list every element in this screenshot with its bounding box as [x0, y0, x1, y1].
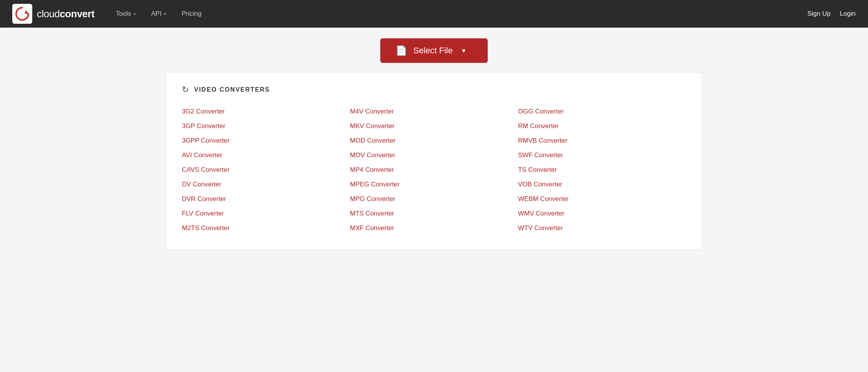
converter-link[interactable]: MOV Converter: [350, 149, 518, 161]
pricing-link[interactable]: Pricing: [175, 7, 208, 21]
converters-col-3: OGG ConverterRM ConverterRMVB ConverterS…: [518, 105, 686, 234]
tools-menu[interactable]: Tools ▾: [110, 7, 142, 21]
converter-link[interactable]: AVI Converter: [182, 149, 350, 161]
converters-col-2: M4V ConverterMKV ConverterMOD ConverterM…: [350, 105, 518, 234]
converter-link[interactable]: TS Converter: [518, 164, 686, 176]
converter-link[interactable]: WEBM Converter: [518, 193, 686, 205]
api-chevron-icon: ▾: [164, 12, 166, 16]
nav-right: Sign Up Login: [807, 10, 856, 18]
file-add-icon: 📄: [396, 45, 407, 56]
converter-link[interactable]: MKV Converter: [350, 120, 518, 132]
tools-chevron-icon: ▾: [134, 12, 136, 16]
section-title: VIDEO CONVERTERS: [194, 86, 270, 93]
select-file-chevron-icon: ▾: [462, 46, 465, 55]
refresh-icon: ↻: [182, 85, 189, 95]
converter-link[interactable]: MXF Converter: [350, 222, 518, 234]
converter-link[interactable]: FLV Converter: [182, 207, 350, 220]
login-button[interactable]: Login: [840, 10, 856, 18]
logo-text: cloudconvert: [37, 8, 94, 20]
section-header: ↻ VIDEO CONVERTERS: [182, 85, 686, 95]
converter-link[interactable]: RM Converter: [518, 120, 686, 132]
select-file-button[interactable]: 📄 Select File ▾: [380, 38, 488, 63]
converter-link[interactable]: VOB Converter: [518, 178, 686, 191]
signup-button[interactable]: Sign Up: [807, 10, 830, 18]
converter-link[interactable]: MTS Converter: [350, 207, 518, 220]
converter-link[interactable]: WMV Converter: [518, 207, 686, 220]
api-menu[interactable]: API ▾: [145, 7, 172, 21]
navbar: cloudconvert Tools ▾ API ▾ Pricing Sign …: [0, 0, 868, 28]
hero-section: 📄 Select File ▾: [0, 28, 868, 72]
converter-link[interactable]: DVR Converter: [182, 193, 350, 205]
converter-link[interactable]: CAVS Converter: [182, 164, 350, 176]
converter-link[interactable]: SWF Converter: [518, 149, 686, 161]
converter-link[interactable]: WTV Converter: [518, 222, 686, 234]
converters-grid: 3G2 Converter3GP Converter3GPP Converter…: [182, 105, 686, 234]
logo-icon: [12, 4, 32, 24]
converter-link[interactable]: RMVB Converter: [518, 135, 686, 147]
converters-card: ↻ VIDEO CONVERTERS 3G2 Converter3GP Conv…: [166, 72, 702, 250]
converter-link[interactable]: MPEG Converter: [350, 178, 518, 191]
converter-link[interactable]: MP4 Converter: [350, 164, 518, 176]
converter-link[interactable]: MOD Converter: [350, 135, 518, 147]
converter-link[interactable]: M2TS Converter: [182, 222, 350, 234]
converter-link[interactable]: MPG Converter: [350, 193, 518, 205]
main-content: ↻ VIDEO CONVERTERS 3G2 Converter3GP Conv…: [154, 72, 714, 265]
converters-col-1: 3G2 Converter3GP Converter3GPP Converter…: [182, 105, 350, 234]
converter-link[interactable]: OGG Converter: [518, 105, 686, 118]
converter-link[interactable]: 3GP Converter: [182, 120, 350, 132]
converter-link[interactable]: 3G2 Converter: [182, 105, 350, 118]
nav-links: Tools ▾ API ▾ Pricing: [110, 7, 807, 21]
logo[interactable]: cloudconvert: [12, 4, 94, 24]
converter-link[interactable]: M4V Converter: [350, 105, 518, 118]
converter-link[interactable]: 3GPP Converter: [182, 135, 350, 147]
svg-rect-0: [12, 4, 32, 24]
converter-link[interactable]: DV Converter: [182, 178, 350, 191]
